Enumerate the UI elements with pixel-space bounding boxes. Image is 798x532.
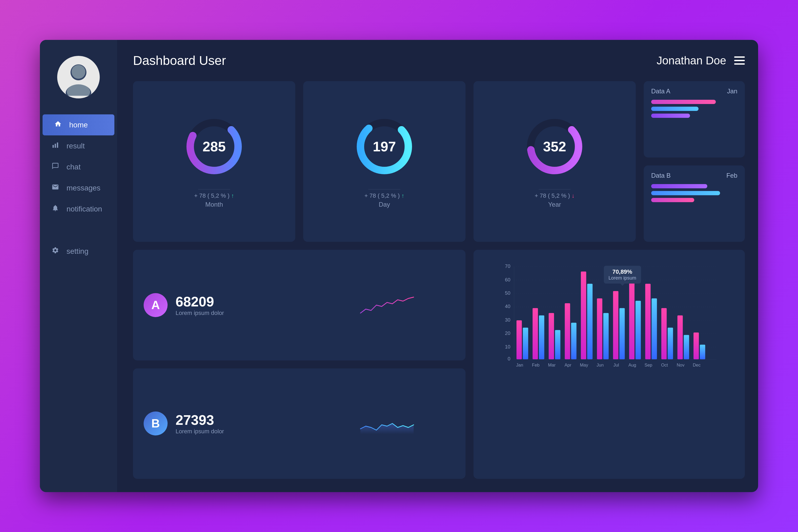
donut-divider-2 bbox=[368, 189, 400, 190]
donut-card-month: 285 + 78 ( 5,2 % ) ↑ Month bbox=[133, 81, 295, 242]
svg-rect-4 bbox=[53, 145, 54, 148]
donut-card-day: 197 + 78 ( 5,2 % ) ↑ Day bbox=[303, 81, 466, 242]
sidebar-item-home[interactable]: home bbox=[42, 114, 114, 135]
bar-chart-card: 70,89% Lorem ipsum bbox=[474, 250, 745, 479]
notification-icon bbox=[51, 204, 60, 214]
svg-rect-48 bbox=[652, 299, 657, 359]
header-right: Jonathan Doe bbox=[657, 54, 745, 67]
sidebar-item-messages[interactable]: messages bbox=[40, 177, 117, 198]
donut-change-year: + 78 ( 5,2 % ) ↓ bbox=[535, 192, 574, 199]
svg-rect-43 bbox=[613, 291, 619, 359]
svg-text:70: 70 bbox=[505, 263, 510, 269]
dashboard: home result chat messages bbox=[40, 40, 758, 492]
sidebar-item-setting-label: setting bbox=[66, 247, 89, 255]
svg-rect-37 bbox=[565, 303, 570, 359]
sidebar: home result chat messages bbox=[40, 40, 117, 492]
mini-bar-a-1 bbox=[651, 100, 716, 104]
mini-bar-a-3 bbox=[651, 114, 690, 118]
svg-text:20: 20 bbox=[505, 330, 510, 336]
svg-text:0: 0 bbox=[508, 356, 510, 362]
sidebar-item-result[interactable]: result bbox=[40, 135, 117, 156]
sidebar-item-chat[interactable]: chat bbox=[40, 156, 117, 177]
stat-label-a: Lorem ipsum dolor bbox=[175, 310, 311, 317]
donut-change-month: + 78 ( 5,2 % ) ↑ bbox=[194, 192, 234, 199]
donut-card-year: 352 + 78 ( 5,2 % ) ↓ Year bbox=[474, 81, 636, 242]
messages-icon bbox=[51, 183, 60, 193]
svg-rect-41 bbox=[597, 299, 602, 359]
svg-rect-33 bbox=[533, 308, 538, 360]
svg-rect-36 bbox=[555, 330, 560, 359]
chat-icon bbox=[51, 162, 60, 172]
svg-text:40: 40 bbox=[505, 304, 510, 309]
donut-change-day: + 78 ( 5,2 % ) ↑ bbox=[364, 192, 404, 199]
mini-bar-b-3 bbox=[651, 198, 694, 202]
stat-info-b: 27393 Lorem ipsum dolor bbox=[175, 412, 311, 435]
svg-text:Nov: Nov bbox=[677, 363, 685, 367]
stat-number-a: 68209 bbox=[175, 294, 311, 310]
stat-badge-a: A bbox=[144, 293, 168, 317]
svg-rect-35 bbox=[549, 313, 554, 359]
svg-text:Aug: Aug bbox=[628, 363, 636, 367]
svg-text:Jun: Jun bbox=[597, 363, 604, 367]
svg-marker-13 bbox=[360, 423, 414, 434]
sidebar-item-notification[interactable]: notification bbox=[40, 198, 117, 220]
svg-rect-51 bbox=[678, 316, 683, 359]
donut-stats-day: + 78 ( 5,2 % ) ↑ Day bbox=[364, 192, 404, 208]
user-name: Jonathan Doe bbox=[657, 54, 726, 67]
svg-rect-34 bbox=[539, 316, 544, 359]
svg-rect-40 bbox=[587, 284, 593, 359]
tooltip-value: 70,89% bbox=[609, 268, 636, 275]
stat-label-b: Lorem ipsum dolor bbox=[175, 428, 311, 435]
svg-text:Feb: Feb bbox=[532, 363, 539, 367]
svg-rect-5 bbox=[55, 144, 56, 148]
stat-number-b: 27393 bbox=[175, 412, 311, 428]
result-icon bbox=[51, 141, 60, 151]
stat-badge-b: B bbox=[144, 412, 168, 435]
avatar bbox=[57, 56, 100, 98]
nav-list: home result chat messages bbox=[40, 114, 117, 262]
svg-rect-44 bbox=[620, 308, 625, 360]
hamburger-line-2 bbox=[734, 60, 745, 61]
mini-bar-a-2 bbox=[651, 107, 699, 111]
svg-rect-45 bbox=[629, 279, 634, 360]
hamburger-menu[interactable] bbox=[734, 56, 745, 65]
svg-rect-47 bbox=[645, 284, 651, 359]
svg-text:May: May bbox=[580, 363, 588, 367]
mini-card-b-month: Feb bbox=[726, 172, 737, 179]
svg-text:Mar: Mar bbox=[548, 363, 556, 367]
donut-stats-year: + 78 ( 5,2 % ) ↓ Year bbox=[535, 192, 574, 208]
stat-sparkline-b bbox=[319, 413, 455, 434]
svg-text:Jul: Jul bbox=[613, 363, 619, 367]
donut-period-month: Month bbox=[194, 201, 234, 208]
hamburger-line-1 bbox=[734, 56, 745, 58]
svg-rect-32 bbox=[523, 328, 528, 359]
svg-text:Jan: Jan bbox=[516, 363, 523, 367]
sidebar-item-home-label: home bbox=[69, 121, 88, 129]
svg-rect-53 bbox=[694, 332, 699, 359]
mini-card-a-header: Data A Jan bbox=[651, 88, 737, 95]
hamburger-line-3 bbox=[734, 63, 745, 65]
donut-divider-3 bbox=[539, 189, 571, 190]
mini-card-a-bars bbox=[651, 100, 737, 118]
stat-card-b: B 27393 Lorem ipsum dolor bbox=[133, 368, 466, 479]
donut-period-day: Day bbox=[364, 201, 404, 208]
stat-info-a: 68209 Lorem ipsum dolor bbox=[175, 294, 311, 317]
sidebar-item-setting[interactable]: setting bbox=[40, 241, 117, 262]
mini-card-data-b: Data B Feb bbox=[644, 166, 745, 242]
svg-point-3 bbox=[67, 84, 90, 96]
donut-stats-month: + 78 ( 5,2 % ) ↑ Month bbox=[194, 192, 234, 208]
sidebar-item-notification-label: notification bbox=[66, 205, 102, 213]
svg-rect-42 bbox=[603, 313, 609, 359]
sidebar-item-result-label: result bbox=[66, 142, 84, 150]
mini-card-b-bars bbox=[651, 184, 737, 202]
setting-icon bbox=[51, 247, 60, 256]
page-title: Dashboard User bbox=[133, 53, 226, 68]
svg-text:Apr: Apr bbox=[565, 363, 571, 367]
svg-rect-49 bbox=[661, 308, 667, 360]
mini-cards-column: Data A Jan Data B Feb bbox=[644, 81, 745, 242]
stat-card-a: A 68209 Lorem ipsum dolor bbox=[133, 250, 466, 360]
svg-text:Dec: Dec bbox=[693, 363, 700, 367]
svg-text:50: 50 bbox=[505, 290, 510, 296]
tooltip-sub: Lorem ipsum bbox=[609, 275, 636, 281]
chart-tooltip: 70,89% Lorem ipsum bbox=[604, 266, 641, 284]
